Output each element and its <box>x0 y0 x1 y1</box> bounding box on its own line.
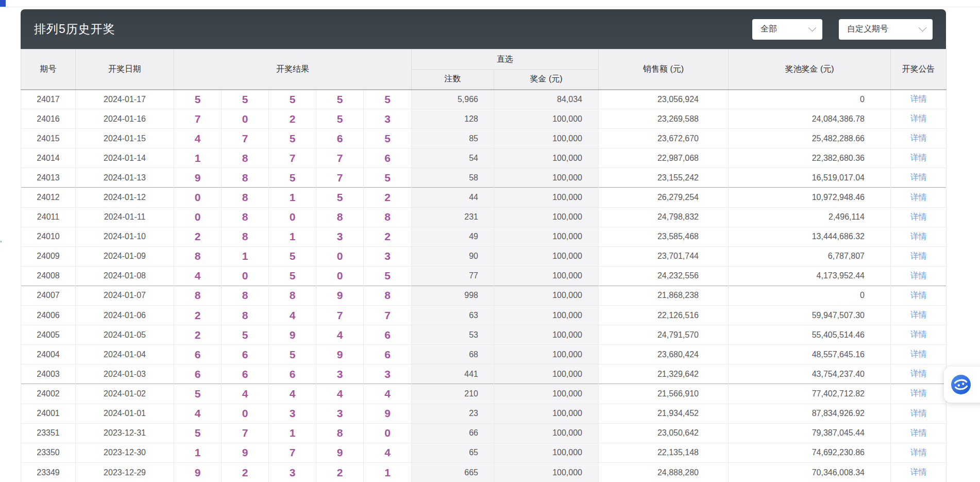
jackpot-cell: 24,084,386.78 <box>729 109 891 129</box>
table-row: 240012024-01-014033923100,00021,934,4528… <box>21 404 947 423</box>
issue-cell: 24011 <box>21 207 76 227</box>
table-row: 240062024-01-062847763100,00022,126,5165… <box>21 306 947 325</box>
detail-link[interactable]: 详情 <box>910 134 927 142</box>
announcement-cell: 详情 <box>891 246 947 266</box>
jackpot-cell: 70,346,008.34 <box>729 462 891 482</box>
issue-cell: 24001 <box>21 404 76 423</box>
col-header-date: 开奖日期 <box>76 49 174 90</box>
detail-link[interactable]: 详情 <box>910 153 927 162</box>
date-cell: 2024-01-04 <box>76 345 174 364</box>
result-digit: 5 <box>269 246 316 266</box>
assistant-icon <box>951 375 971 394</box>
result-digit: 8 <box>269 286 316 305</box>
result-digit: 1 <box>222 246 269 266</box>
history-table: 期号 开奖日期 开奖结果 直选 销售额 (元) 奖池奖金 (元) 开奖公告 注数… <box>21 49 947 482</box>
result-digit: 5 <box>364 129 412 148</box>
result-digit: 5 <box>316 90 364 109</box>
bets-cell: 210 <box>412 384 494 404</box>
result-digit: 0 <box>364 423 412 443</box>
result-digit: 2 <box>316 462 364 482</box>
table-row: 240132024-01-139857558100,00023,155,2421… <box>21 168 947 188</box>
detail-link[interactable]: 详情 <box>910 252 927 260</box>
detail-link[interactable]: 详情 <box>910 271 927 280</box>
prize-cell: 100,000 <box>494 148 599 168</box>
detail-link[interactable]: 详情 <box>910 330 927 339</box>
corner-accent <box>0 0 6 7</box>
detail-link[interactable]: 详情 <box>910 428 927 437</box>
detail-link[interactable]: 详情 <box>910 369 927 378</box>
bets-cell: 998 <box>412 286 494 305</box>
detail-link[interactable]: 详情 <box>910 193 927 202</box>
detail-link[interactable]: 详情 <box>910 310 927 319</box>
bets-cell: 68 <box>412 345 494 364</box>
result-digit: 5 <box>174 423 222 443</box>
table-row: 233492023-12-2992321665100,00024,888,280… <box>21 462 947 482</box>
table-row: 240172024-01-17555555,96684,03423,056,92… <box>21 90 947 109</box>
detail-link[interactable]: 详情 <box>910 173 927 181</box>
custom-issue-select[interactable]: 自定义期号 <box>839 19 933 40</box>
result-digit: 6 <box>174 364 222 384</box>
result-digit: 4 <box>269 384 316 404</box>
result-digit: 3 <box>364 109 412 129</box>
result-digit: 9 <box>174 168 222 188</box>
table-row: 240112024-01-1108088231100,00024,798,832… <box>21 207 947 227</box>
result-digit: 5 <box>316 188 364 207</box>
detail-link[interactable]: 详情 <box>910 468 927 476</box>
result-digit: 5 <box>222 325 269 345</box>
table-row: 240162024-01-1670253128100,00023,269,588… <box>21 109 947 129</box>
result-digit: 1 <box>269 227 316 246</box>
result-digit: 5 <box>316 109 364 129</box>
issue-cell: 24012 <box>21 188 76 207</box>
prize-cell: 100,000 <box>494 129 599 148</box>
result-digit: 6 <box>222 345 269 364</box>
result-digit: 1 <box>174 443 222 462</box>
issue-cell: 24009 <box>21 246 76 266</box>
jackpot-cell: 59,947,507.30 <box>729 306 891 325</box>
result-digit: 5 <box>174 384 222 404</box>
date-cell: 2024-01-02 <box>76 384 174 404</box>
detail-link[interactable]: 详情 <box>910 448 927 457</box>
result-digit: 5 <box>364 266 412 286</box>
detail-link[interactable]: 详情 <box>910 350 927 358</box>
result-digit: 1 <box>174 148 222 168</box>
result-digit: 6 <box>222 364 269 384</box>
detail-link[interactable]: 详情 <box>910 94 927 103</box>
result-digit: 7 <box>269 148 316 168</box>
result-digit: 4 <box>316 325 364 345</box>
issue-cell: 24004 <box>21 345 76 364</box>
range-select[interactable]: 全部 <box>752 19 822 40</box>
prize-cell: 100,000 <box>494 168 599 188</box>
result-digit: 3 <box>316 227 364 246</box>
result-digit: 4 <box>222 384 269 404</box>
result-digit: 6 <box>364 148 412 168</box>
announcement-cell: 详情 <box>891 443 947 462</box>
result-digit: 7 <box>269 443 316 462</box>
sales-cell: 23,050,642 <box>599 423 729 443</box>
result-digit: 6 <box>316 129 364 148</box>
table-row: 240052024-01-052594653100,00024,791,5705… <box>21 325 947 345</box>
detail-link[interactable]: 详情 <box>910 291 927 300</box>
result-digit: 7 <box>364 306 412 325</box>
prize-cell: 100,000 <box>494 345 599 364</box>
chevron-down-icon <box>808 24 817 32</box>
result-digit: 8 <box>174 286 222 305</box>
bets-cell: 665 <box>412 462 494 482</box>
result-digit: 9 <box>364 404 412 423</box>
sales-cell: 22,987,068 <box>599 148 729 168</box>
result-digit: 4 <box>364 384 412 404</box>
assistant-widget[interactable] <box>944 367 980 403</box>
detail-link[interactable]: 详情 <box>910 409 927 418</box>
jackpot-cell: 0 <box>729 286 891 305</box>
issue-cell: 24014 <box>21 148 76 168</box>
detail-link[interactable]: 详情 <box>910 389 927 397</box>
detail-link[interactable]: 详情 <box>910 232 927 241</box>
result-digit: 9 <box>222 443 269 462</box>
sales-cell: 23,269,588 <box>599 109 729 129</box>
announcement-cell: 详情 <box>891 207 947 227</box>
result-digit: 0 <box>174 207 222 227</box>
result-digit: 5 <box>269 266 316 286</box>
table-row: 240082024-01-084050577100,00024,232,5564… <box>21 266 947 286</box>
result-digit: 5 <box>174 90 222 109</box>
detail-link[interactable]: 详情 <box>910 212 927 221</box>
detail-link[interactable]: 详情 <box>910 114 927 123</box>
